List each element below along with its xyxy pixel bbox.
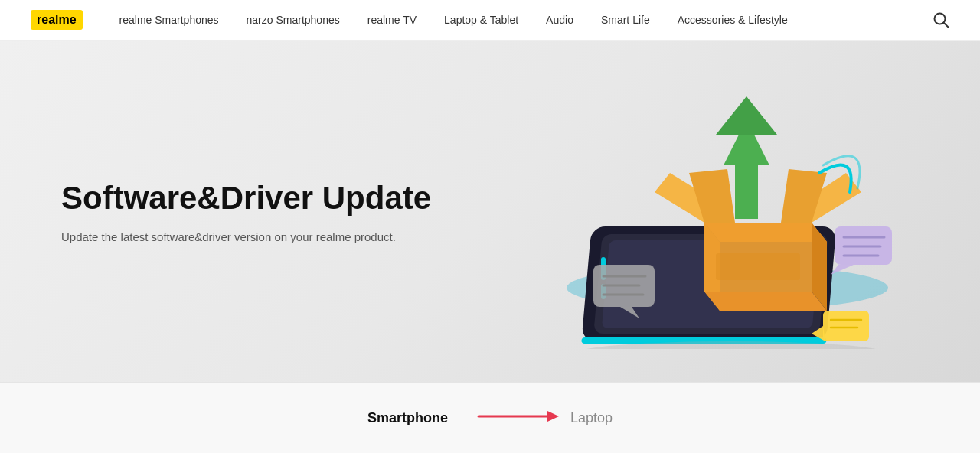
search-button[interactable]	[933, 11, 949, 28]
hero-section: Software&Driver Update Update the latest…	[0, 41, 980, 382]
category-laptop[interactable]: Laptop	[570, 410, 612, 426]
svg-line-1	[944, 23, 949, 28]
nav-item-laptop-tablet[interactable]: Laptop & Tablet	[430, 0, 532, 41]
nav-item-audio[interactable]: Audio	[532, 0, 587, 41]
svg-rect-15	[716, 253, 800, 280]
arrow-indicator	[475, 407, 559, 429]
search-icon	[933, 11, 949, 28]
svg-marker-13	[704, 292, 827, 311]
category-smartphone[interactable]: Smartphone	[368, 410, 448, 426]
nav-item-realme-smartphones[interactable]: realme Smartphones	[106, 0, 233, 41]
nav-item-accessories-lifestyle[interactable]: Accessories & Lifestyle	[664, 0, 802, 41]
nav-item-smart-life[interactable]: Smart Life	[587, 0, 664, 41]
hero-illustration	[536, 73, 919, 349]
category-nav: Smartphone Laptop	[0, 382, 980, 453]
header: realme realme Smartphones narzo Smartpho…	[0, 0, 980, 41]
logo[interactable]: realme	[31, 10, 83, 30]
main-nav: realme Smartphones narzo Smartphones rea…	[106, 0, 933, 41]
svg-rect-33	[823, 311, 869, 341]
hero-text-block: Software&Driver Update Update the latest…	[61, 179, 431, 243]
nav-item-narzo-smartphones[interactable]: narzo Smartphones	[233, 0, 354, 41]
hero-subtitle: Update the latest software&driver versio…	[61, 230, 431, 243]
nav-item-realme-tv[interactable]: realme TV	[354, 0, 430, 41]
svg-marker-21	[716, 96, 777, 135]
hero-title: Software&Driver Update	[61, 179, 431, 217]
svg-marker-38	[547, 411, 559, 422]
